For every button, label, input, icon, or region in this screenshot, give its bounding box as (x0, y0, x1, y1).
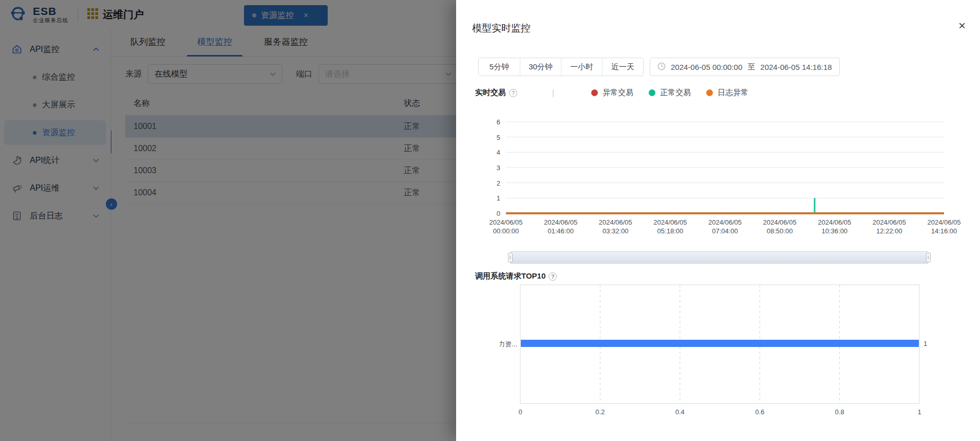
model-realtime-drawer: 模型实时监控 × 5分钟 30分钟 一小时 近一天 2024-06-05 00:… (456, 0, 980, 441)
svg-text:2024/06/05: 2024/06/05 (763, 218, 797, 226)
legend-separator: | (552, 88, 554, 98)
svg-text:0.4: 0.4 (675, 408, 685, 416)
legend-label: 日志异常 (718, 88, 748, 98)
legend-item-abnormal[interactable]: 异常交易 (591, 88, 633, 98)
svg-text:2024/06/05: 2024/06/05 (653, 218, 687, 226)
svg-text:0.8: 0.8 (835, 408, 844, 416)
time-button-1hour[interactable]: 一小时 (561, 58, 602, 76)
svg-text:2024/06/05: 2024/06/05 (544, 218, 577, 226)
y-tick: 1 (497, 194, 500, 202)
svg-text:08:50:00: 08:50:00 (767, 227, 793, 235)
svg-text:1: 1 (917, 408, 921, 416)
clock-icon (657, 62, 666, 72)
drawer-title: 模型实时监控 (472, 22, 531, 35)
top10-bar-chart: 人力资... 1 0 0.2 0.4 0.6 0.8 1 (500, 282, 941, 416)
chart-legend: 异常交易 正常交易 日志异常 (591, 88, 748, 98)
legend-item-log-abnormal[interactable]: 日志异常 (706, 88, 748, 98)
svg-text:14:16:00: 14:16:00 (931, 227, 957, 235)
realtime-legend-row: 实时交易 ? | 异常交易 正常交易 日志异常 (475, 88, 748, 98)
svg-text:03:32:00: 03:32:00 (602, 227, 629, 235)
time-button-1day[interactable]: 近一天 (602, 58, 643, 76)
time-button-30min[interactable]: 30分钟 (520, 58, 561, 76)
y-tick: 2 (497, 179, 500, 187)
bar-x-axis-labels: 0 0.2 0.4 0.6 0.8 1 (518, 408, 921, 416)
bar-category-label: 人力资... (500, 340, 517, 348)
legend-dot-green-icon (649, 89, 655, 96)
svg-text:2024/06/05: 2024/06/05 (489, 218, 522, 226)
svg-text:12:22:00: 12:22:00 (876, 227, 902, 235)
svg-text:0.6: 0.6 (755, 408, 764, 416)
svg-text:2024/06/05: 2024/06/05 (599, 218, 632, 226)
time-controls: 5分钟 30分钟 一小时 近一天 2024-06-05 00:00:00 至 2… (478, 58, 840, 76)
top10-heading: 调用系统请求TOP10 ? (475, 271, 557, 281)
svg-text:2024/06/05: 2024/06/05 (818, 218, 851, 226)
x-axis-labels: 2024/06/0500:00:00 2024/06/0501:46:00 20… (489, 218, 960, 235)
date-range-start: 2024-06-05 00:00:00 (671, 63, 742, 71)
svg-text:0: 0 (518, 408, 522, 416)
datazoom-left-handle[interactable] (508, 253, 513, 262)
date-range-picker[interactable]: 2024-06-05 00:00:00 至 2024-06-05 14:16:1… (650, 58, 840, 76)
legend-label: 正常交易 (660, 88, 691, 98)
svg-text:0.2: 0.2 (595, 408, 605, 416)
svg-text:2024/06/05: 2024/06/05 (873, 218, 906, 226)
svg-text:00:00:00: 00:00:00 (493, 227, 519, 235)
bar-renli (521, 340, 919, 347)
question-circle-icon[interactable]: ? (509, 89, 517, 97)
y-tick: 3 (497, 164, 500, 172)
svg-text:2024/06/05: 2024/06/05 (708, 218, 742, 226)
svg-text:05:18:00: 05:18:00 (657, 227, 684, 235)
datazoom-right-handle[interactable] (926, 253, 931, 262)
legend-dot-orange-icon (706, 89, 713, 96)
realtime-transactions-label: 实时交易 (475, 88, 506, 98)
legend-dot-red-icon (591, 89, 598, 96)
top10-title: 调用系统请求TOP10 (475, 271, 545, 281)
question-circle-icon[interactable]: ? (549, 272, 557, 281)
date-range-separator: 至 (747, 62, 755, 72)
svg-text:10:36:00: 10:36:00 (821, 227, 847, 235)
y-tick: 4 (497, 149, 500, 156)
svg-text:07:04:00: 07:04:00 (712, 227, 738, 235)
datazoom-slider[interactable] (510, 251, 929, 264)
legend-item-normal[interactable]: 正常交易 (649, 88, 691, 98)
y-tick: 6 (497, 118, 500, 126)
bar-value-label: 1 (924, 340, 927, 347)
svg-text:01:46:00: 01:46:00 (548, 227, 574, 235)
svg-text:2024/06/05: 2024/06/05 (927, 218, 960, 226)
date-range-end: 2024-06-05 14:16:18 (760, 63, 832, 71)
realtime-line-chart: 6 5 4 3 2 1 0 2024/06/0500:00:00 2024/06… (477, 111, 965, 242)
time-button-5min[interactable]: 5分钟 (479, 58, 520, 76)
drawer-close-button[interactable]: × (958, 20, 966, 32)
y-tick: 5 (497, 134, 500, 141)
time-range-button-group: 5分钟 30分钟 一小时 近一天 (478, 58, 644, 76)
legend-label: 异常交易 (602, 88, 633, 98)
y-tick: 0 (497, 210, 500, 217)
